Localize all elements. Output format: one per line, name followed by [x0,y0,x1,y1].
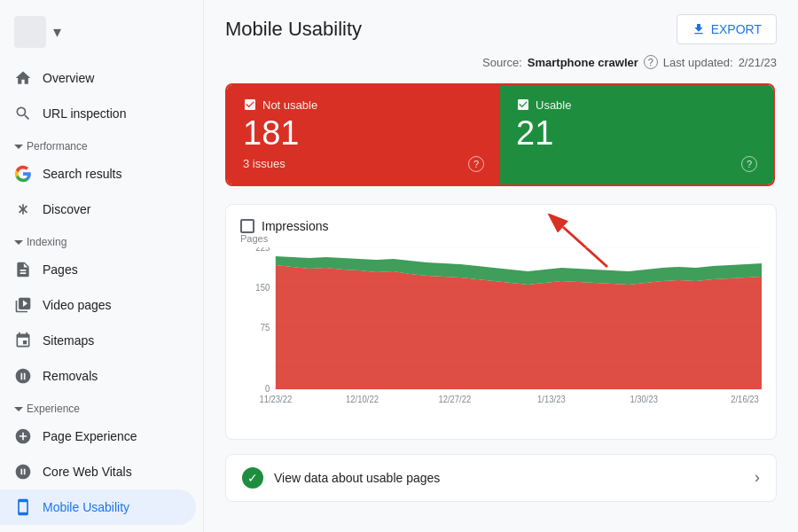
sidebar-label-discover: Discover [43,202,90,216]
svg-text:0: 0 [265,384,270,394]
section-label-performance: Performance [0,131,203,156]
section-label-experience: Experience [0,394,203,419]
bottom-card[interactable]: ✓ View data about usable pages › [225,454,777,502]
sidebar-item-search-results[interactable]: Search results [0,156,196,192]
stat-not-usable-count: 181 [243,115,484,153]
removals-icon [14,367,32,385]
sidebar-item-mobile-usability[interactable]: Mobile Usability [0,489,196,525]
svg-text:1/30/23: 1/30/23 [630,395,658,404]
main-header: Mobile Usability EXPORT [225,14,777,44]
page-title: Mobile Usability [225,18,362,41]
video-icon [14,296,32,314]
chart-checkbox[interactable] [240,219,254,233]
logo [14,16,46,48]
help-icon[interactable]: ? [644,55,658,69]
chevron-right-icon: › [755,468,760,487]
sidebar-label-page-experience: Page Experience [43,429,137,443]
main-content: Mobile Usability EXPORT Source: Smartpho… [204,0,798,532]
section-label-indexing: Indexing [0,227,203,252]
last-updated-value: 2/21/23 [739,56,777,69]
stat-not-usable-issues: 3 issues [243,157,286,170]
stat-not-usable-label: Not usable [262,98,317,112]
sidebar-label-sitemaps: Sitemaps [43,333,94,348]
asterisk-icon [14,200,32,218]
sidebar-label-core-web-vitals: Core Web Vitals [43,465,132,479]
sidebar-label-video-pages: Video pages [43,298,112,312]
svg-text:1/13/23: 1/13/23 [537,395,566,404]
chart-title: Impressions [262,219,328,233]
svg-text:2/16/23: 2/16/23 [731,395,759,404]
sidebar-label-overview: Overview [43,71,94,85]
green-check-icon: ✓ [242,467,263,489]
chart-svg: 225 150 75 0 11/23/22 12/10/22 12/27/22 … [240,247,762,407]
sidebar-label-mobile-usability: Mobile Usability [43,500,129,514]
sitemaps-icon [14,332,32,349]
chart-area: Pages 225 150 75 0 11/23/22 [240,247,762,425]
home-icon [14,69,32,87]
sidebar: ▾ Overview URL inspection Performance Se… [0,0,204,532]
chart-header: Impressions [240,219,762,233]
sidebar-label-url-inspection: URL inspection [43,106,126,121]
phone-icon [14,498,32,516]
search-icon [14,105,32,122]
gauge-icon [14,463,32,481]
source-text: Source: [482,56,522,69]
sidebar-item-video-pages[interactable]: Video pages [0,287,196,323]
stat-usable-footer: ? [516,156,757,172]
sidebar-item-sitemaps[interactable]: Sitemaps [0,323,196,358]
google-icon [14,165,32,183]
logo-dropdown-icon[interactable]: ▾ [53,22,61,42]
sidebar-item-url-inspection[interactable]: URL inspection [0,96,196,131]
stat-usable-header: Usable [516,98,757,112]
svg-text:12/10/22: 12/10/22 [346,395,379,404]
sidebar-item-core-web-vitals[interactable]: Core Web Vitals [0,454,196,489]
source-bar: Source: Smartphone crawler ? Last update… [225,55,777,69]
svg-text:225: 225 [255,247,270,253]
last-updated-text: Last updated: [663,56,733,69]
sidebar-item-removals[interactable]: Removals [0,358,196,394]
sidebar-item-page-experience[interactable]: Page Experience [0,419,196,454]
plus-circle-icon [14,427,32,445]
stat-not-usable-footer: 3 issues ? [243,156,484,172]
checkbox-icon-usable [516,98,530,112]
info-icon-not-usable[interactable]: ? [468,156,484,172]
svg-text:75: 75 [261,323,270,332]
chart-section: Impressions Pages [225,204,777,440]
svg-text:11/23/22: 11/23/22 [259,395,292,404]
stat-usable-count: 21 [516,115,757,153]
stat-card-usable[interactable]: Usable 21 ? [500,85,773,184]
source-value: Smartphone crawler [528,56,638,69]
sidebar-label-search-results: Search results [43,167,121,181]
bottom-card-label: View data about usable pages [274,471,744,485]
svg-text:150: 150 [255,283,270,293]
logo-area[interactable]: ▾ [0,7,203,60]
svg-text:12/27/22: 12/27/22 [438,395,471,404]
checkbox-icon-not-usable [243,98,257,112]
stats-container: Not usable 181 3 issues ? Usable 21 ? [225,83,775,186]
stat-card-not-usable[interactable]: Not usable 181 3 issues ? [227,85,500,184]
sidebar-item-pages[interactable]: Pages [0,252,196,287]
pages-icon [14,261,32,278]
stat-not-usable-header: Not usable [243,98,484,112]
sidebar-label-removals: Removals [43,369,98,383]
stat-usable-label: Usable [536,98,571,112]
y-axis-label: Pages [240,233,268,244]
download-icon [692,22,706,36]
export-button[interactable]: EXPORT [677,14,777,44]
sidebar-item-discover[interactable]: Discover [0,192,196,227]
sidebar-item-overview[interactable]: Overview [0,60,196,96]
sidebar-label-pages: Pages [43,262,78,277]
info-icon-usable[interactable]: ? [741,156,757,172]
